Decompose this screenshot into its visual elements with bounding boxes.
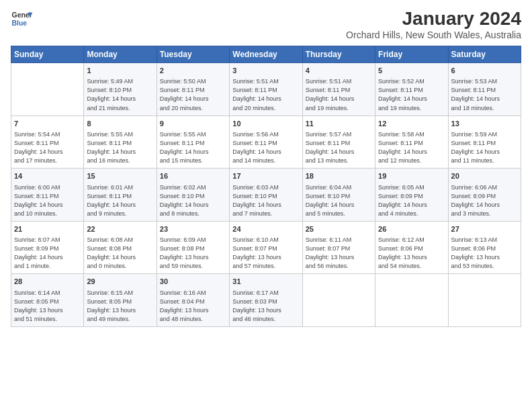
day-number: 6 bbox=[451, 66, 518, 76]
cell-content: Sunrise: 5:56 AM Sunset: 8:11 PM Dayligh… bbox=[232, 130, 299, 165]
calendar-cell: 16Sunrise: 6:02 AM Sunset: 8:10 PM Dayli… bbox=[157, 169, 229, 222]
calendar-cell: 14Sunrise: 6:00 AM Sunset: 8:11 PM Dayli… bbox=[11, 169, 84, 222]
main-title: January 2024 bbox=[346, 8, 521, 30]
day-number: 26 bbox=[378, 224, 445, 234]
header-cell-wednesday: Wednesday bbox=[230, 46, 302, 63]
cell-content: Sunrise: 6:02 AM Sunset: 8:10 PM Dayligh… bbox=[160, 183, 226, 218]
calendar-cell: 24Sunrise: 6:10 AM Sunset: 8:07 PM Dayli… bbox=[230, 221, 302, 274]
subtitle: Orchard Hills, New South Wales, Australi… bbox=[346, 30, 521, 40]
calendar-cell: 11Sunrise: 5:57 AM Sunset: 8:11 PM Dayli… bbox=[302, 116, 375, 169]
calendar-cell: 28Sunrise: 6:14 AM Sunset: 8:05 PM Dayli… bbox=[11, 274, 84, 327]
calendar-cell: 20Sunrise: 6:06 AM Sunset: 8:09 PM Dayli… bbox=[448, 169, 521, 222]
calendar-cell: 7Sunrise: 5:54 AM Sunset: 8:11 PM Daylig… bbox=[11, 116, 84, 169]
calendar-cell bbox=[302, 274, 375, 327]
cell-content: Sunrise: 5:50 AM Sunset: 8:11 PM Dayligh… bbox=[160, 77, 226, 112]
day-number: 24 bbox=[232, 224, 299, 234]
calendar-cell: 27Sunrise: 6:13 AM Sunset: 8:06 PM Dayli… bbox=[448, 221, 521, 274]
calendar-cell: 31Sunrise: 6:17 AM Sunset: 8:03 PM Dayli… bbox=[230, 274, 302, 327]
calendar-cell: 29Sunrise: 6:15 AM Sunset: 8:05 PM Dayli… bbox=[84, 274, 157, 327]
day-number: 5 bbox=[378, 66, 445, 76]
day-number: 17 bbox=[232, 171, 299, 181]
calendar-cell bbox=[375, 274, 448, 327]
header-row: SundayMondayTuesdayWednesdayThursdayFrid… bbox=[11, 46, 521, 63]
header-cell-monday: Monday bbox=[84, 46, 157, 63]
cell-content: Sunrise: 5:52 AM Sunset: 8:11 PM Dayligh… bbox=[378, 77, 445, 112]
cell-content: Sunrise: 5:57 AM Sunset: 8:11 PM Dayligh… bbox=[306, 130, 372, 165]
calendar-cell: 19Sunrise: 6:05 AM Sunset: 8:09 PM Dayli… bbox=[375, 169, 448, 222]
cell-content: Sunrise: 6:16 AM Sunset: 8:04 PM Dayligh… bbox=[160, 289, 226, 324]
calendar-cell: 23Sunrise: 6:09 AM Sunset: 8:08 PM Dayli… bbox=[157, 221, 229, 274]
day-number: 1 bbox=[87, 66, 153, 76]
svg-text:Blue: Blue bbox=[12, 19, 28, 27]
day-number: 3 bbox=[232, 66, 299, 76]
day-number: 22 bbox=[87, 224, 153, 234]
calendar-cell: 30Sunrise: 6:16 AM Sunset: 8:04 PM Dayli… bbox=[157, 274, 229, 327]
week-row-4: 21Sunrise: 6:07 AM Sunset: 8:09 PM Dayli… bbox=[11, 221, 521, 274]
day-number: 10 bbox=[232, 119, 299, 129]
day-number: 27 bbox=[451, 224, 518, 234]
cell-content: Sunrise: 6:15 AM Sunset: 8:05 PM Dayligh… bbox=[87, 289, 153, 324]
cell-content: Sunrise: 6:11 AM Sunset: 8:07 PM Dayligh… bbox=[306, 236, 372, 271]
header: General Blue January 2024 Orchard Hills,… bbox=[11, 8, 521, 40]
calendar-cell: 25Sunrise: 6:11 AM Sunset: 8:07 PM Dayli… bbox=[302, 221, 375, 274]
calendar-cell: 2Sunrise: 5:50 AM Sunset: 8:11 PM Daylig… bbox=[157, 63, 229, 116]
calendar-cell bbox=[11, 63, 84, 116]
header-cell-saturday: Saturday bbox=[448, 46, 521, 63]
cell-content: Sunrise: 6:12 AM Sunset: 8:06 PM Dayligh… bbox=[378, 236, 445, 271]
header-cell-tuesday: Tuesday bbox=[157, 46, 229, 63]
week-row-3: 14Sunrise: 6:00 AM Sunset: 8:11 PM Dayli… bbox=[11, 169, 521, 222]
calendar-cell: 4Sunrise: 5:51 AM Sunset: 8:11 PM Daylig… bbox=[302, 63, 375, 116]
week-row-2: 7Sunrise: 5:54 AM Sunset: 8:11 PM Daylig… bbox=[11, 116, 521, 169]
calendar-cell: 10Sunrise: 5:56 AM Sunset: 8:11 PM Dayli… bbox=[230, 116, 302, 169]
cell-content: Sunrise: 6:10 AM Sunset: 8:07 PM Dayligh… bbox=[232, 236, 299, 271]
cell-content: Sunrise: 6:09 AM Sunset: 8:08 PM Dayligh… bbox=[160, 236, 226, 271]
calendar-cell: 3Sunrise: 5:51 AM Sunset: 8:11 PM Daylig… bbox=[230, 63, 302, 116]
cell-content: Sunrise: 6:03 AM Sunset: 8:10 PM Dayligh… bbox=[232, 183, 299, 218]
day-number: 30 bbox=[160, 277, 226, 287]
cell-content: Sunrise: 6:00 AM Sunset: 8:11 PM Dayligh… bbox=[14, 183, 81, 218]
calendar-cell: 6Sunrise: 5:53 AM Sunset: 8:11 PM Daylig… bbox=[448, 63, 521, 116]
day-number: 18 bbox=[306, 171, 372, 181]
day-number: 13 bbox=[451, 119, 518, 129]
calendar-cell: 8Sunrise: 5:55 AM Sunset: 8:11 PM Daylig… bbox=[84, 116, 157, 169]
calendar-cell: 5Sunrise: 5:52 AM Sunset: 8:11 PM Daylig… bbox=[375, 63, 448, 116]
day-number: 2 bbox=[160, 66, 226, 76]
cell-content: Sunrise: 5:55 AM Sunset: 8:11 PM Dayligh… bbox=[160, 130, 226, 165]
day-number: 4 bbox=[306, 66, 372, 76]
calendar-cell: 26Sunrise: 6:12 AM Sunset: 8:06 PM Dayli… bbox=[375, 221, 448, 274]
day-number: 7 bbox=[14, 119, 81, 129]
cell-content: Sunrise: 6:06 AM Sunset: 8:09 PM Dayligh… bbox=[451, 183, 518, 218]
day-number: 8 bbox=[87, 119, 153, 129]
logo-icon: General Blue bbox=[11, 8, 32, 30]
cell-content: Sunrise: 6:13 AM Sunset: 8:06 PM Dayligh… bbox=[451, 236, 518, 271]
day-number: 23 bbox=[160, 224, 226, 234]
day-number: 11 bbox=[306, 119, 372, 129]
title-block: January 2024 Orchard Hills, New South Wa… bbox=[346, 8, 521, 40]
cell-content: Sunrise: 5:49 AM Sunset: 8:10 PM Dayligh… bbox=[87, 77, 153, 112]
day-number: 14 bbox=[14, 171, 81, 181]
calendar-cell: 18Sunrise: 6:04 AM Sunset: 8:10 PM Dayli… bbox=[302, 169, 375, 222]
cell-content: Sunrise: 6:17 AM Sunset: 8:03 PM Dayligh… bbox=[232, 289, 299, 324]
cell-content: Sunrise: 5:54 AM Sunset: 8:11 PM Dayligh… bbox=[14, 130, 81, 165]
day-number: 20 bbox=[451, 171, 518, 181]
cell-content: Sunrise: 5:59 AM Sunset: 8:11 PM Dayligh… bbox=[451, 130, 518, 165]
calendar-cell: 15Sunrise: 6:01 AM Sunset: 8:11 PM Dayli… bbox=[84, 169, 157, 222]
week-row-1: 1Sunrise: 5:49 AM Sunset: 8:10 PM Daylig… bbox=[11, 63, 521, 116]
day-number: 9 bbox=[160, 119, 226, 129]
day-number: 21 bbox=[14, 224, 81, 234]
calendar-cell: 1Sunrise: 5:49 AM Sunset: 8:10 PM Daylig… bbox=[84, 63, 157, 116]
logo: General Blue bbox=[11, 8, 32, 30]
calendar-cell: 17Sunrise: 6:03 AM Sunset: 8:10 PM Dayli… bbox=[230, 169, 302, 222]
cell-content: Sunrise: 6:08 AM Sunset: 8:08 PM Dayligh… bbox=[87, 236, 153, 271]
cell-content: Sunrise: 5:51 AM Sunset: 8:11 PM Dayligh… bbox=[306, 77, 372, 112]
cell-content: Sunrise: 6:01 AM Sunset: 8:11 PM Dayligh… bbox=[87, 183, 153, 218]
calendar-table: SundayMondayTuesdayWednesdayThursdayFrid… bbox=[11, 46, 521, 327]
week-row-5: 28Sunrise: 6:14 AM Sunset: 8:05 PM Dayli… bbox=[11, 274, 521, 327]
header-cell-thursday: Thursday bbox=[302, 46, 375, 63]
calendar-cell: 13Sunrise: 5:59 AM Sunset: 8:11 PM Dayli… bbox=[448, 116, 521, 169]
calendar-cell: 9Sunrise: 5:55 AM Sunset: 8:11 PM Daylig… bbox=[157, 116, 229, 169]
cell-content: Sunrise: 5:53 AM Sunset: 8:11 PM Dayligh… bbox=[451, 77, 518, 112]
day-number: 25 bbox=[306, 224, 372, 234]
day-number: 16 bbox=[160, 171, 226, 181]
day-number: 29 bbox=[87, 277, 153, 287]
